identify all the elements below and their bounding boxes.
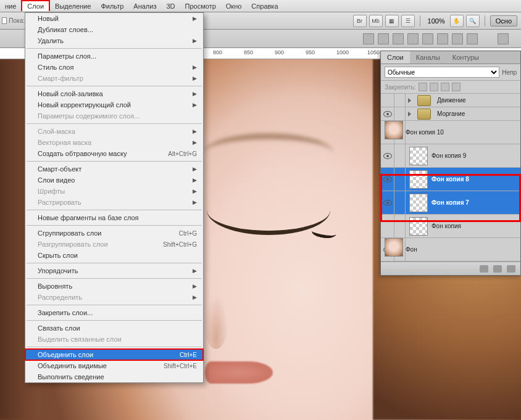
layer-row[interactable]: Фон копия 8 <box>381 168 520 191</box>
layer-name: Фон копия 8 <box>431 176 469 183</box>
menu-item[interactable]: Смарт-объект▶ <box>25 163 203 175</box>
show-checkbox[interactable] <box>2 17 7 24</box>
zoom-tool-icon[interactable]: 🔍 <box>466 15 480 27</box>
menu-item[interactable]: Сгруппировать слоиCtrl+G <box>25 228 203 239</box>
screen-mode-button[interactable]: ▦ <box>385 15 399 27</box>
menu-item: Смарт-фильтр▶ <box>25 73 203 84</box>
layer-row[interactable]: Фон копия 9 <box>381 144 520 168</box>
menu-item-label: Выполнить сведение <box>38 373 104 381</box>
layers-panel-footer <box>381 261 520 275</box>
menu-item-analysis[interactable]: Анализ <box>128 1 161 11</box>
layer-group-row[interactable]: Моргание <box>381 107 520 121</box>
menu-item-edit-frag[interactable]: ние <box>0 1 21 11</box>
align-icon[interactable] <box>393 33 404 44</box>
layers-panel: Слои Каналы Контуры Обычные Непр Закрепи… <box>380 51 521 276</box>
menu-item: Растрировать▶ <box>25 197 203 208</box>
divider <box>485 15 485 27</box>
menu-item-help[interactable]: Справка <box>246 1 283 11</box>
menu-item[interactable]: Дубликат слоев... <box>25 24 203 35</box>
menu-item[interactable]: Слои видео▶ <box>25 175 203 186</box>
visibility-toggle[interactable] <box>381 94 394 107</box>
layer-row[interactable]: Фон копия 10 <box>381 121 520 144</box>
hand-tool-icon[interactable]: ✋ <box>450 15 464 27</box>
expand-arrow-icon[interactable] <box>408 112 411 117</box>
visibility-toggle[interactable] <box>381 215 394 237</box>
menu-item-label: Скрыть слои <box>38 252 78 259</box>
submenu-arrow-icon: ▶ <box>193 91 197 97</box>
auto-align-icon[interactable] <box>498 33 509 44</box>
options-bar-left-fragment: Пока: <box>0 12 25 30</box>
layer-name: Фон копия 10 <box>406 129 444 136</box>
distribute-icon[interactable] <box>422 33 433 44</box>
ruler-tick: 950 <box>306 49 315 56</box>
menu-item[interactable]: Стиль слоя▶ <box>25 62 203 73</box>
menu-item[interactable]: Создать обтравочную маскуAlt+Ctrl+G <box>25 148 203 159</box>
ruler-tick: 1050 <box>367 49 380 56</box>
layer-group-row[interactable]: Движение <box>381 94 520 107</box>
blend-mode-select[interactable]: Обычные <box>385 67 499 78</box>
layer-row[interactable]: Фон <box>381 238 520 261</box>
menu-separator <box>27 305 202 305</box>
menu-item-label: Закрепить слои... <box>38 309 93 316</box>
align-icon[interactable] <box>363 33 374 44</box>
menu-item-label: Новый корректирующий слой <box>38 101 131 109</box>
menu-item[interactable]: Связать слои <box>25 323 203 334</box>
lock-transparency-icon[interactable] <box>419 83 427 91</box>
visibility-toggle[interactable] <box>381 168 394 191</box>
align-icon[interactable] <box>407 33 419 44</box>
menu-item-select[interactable]: Выделение <box>50 1 96 11</box>
menu-item[interactable]: Удалить▶ <box>25 35 203 46</box>
tab-channels[interactable]: Каналы <box>410 51 446 64</box>
menu-item[interactable]: Упорядочить▶ <box>25 265 203 276</box>
lock-pixels-icon[interactable] <box>430 83 438 91</box>
lock-label: Закрепить: <box>385 84 416 91</box>
menu-item-3d[interactable]: 3D <box>161 1 180 11</box>
eye-icon <box>383 200 392 206</box>
menu-item[interactable]: Объединить слоиCtrl+E <box>25 349 203 360</box>
tab-layers[interactable]: Слои <box>381 51 410 64</box>
menu-item-layers[interactable]: Слои <box>21 0 50 11</box>
layer-list: ДвижениеМорганиеФон копия 10Фон копия 9Ф… <box>381 94 520 261</box>
visibility-toggle[interactable] <box>381 107 394 120</box>
menu-item[interactable]: Закрепить слои... <box>25 307 203 318</box>
menu-item[interactable]: Объединить видимыеShift+Ctrl+E <box>25 360 203 371</box>
menu-item[interactable]: Выровнять▶ <box>25 281 203 292</box>
visibility-toggle[interactable] <box>381 144 394 167</box>
layer-mask-icon[interactable] <box>507 265 515 273</box>
menu-item[interactable]: Новый▶ <box>25 13 203 24</box>
layer-style-icon[interactable] <box>493 265 502 273</box>
layer-row[interactable]: Фон копия 7 <box>381 191 520 215</box>
visibility-toggle[interactable] <box>381 191 394 214</box>
menu-item-view[interactable]: Просмотр <box>180 1 221 11</box>
distribute-icon[interactable] <box>452 33 463 44</box>
tab-paths[interactable]: Контуры <box>446 51 485 64</box>
link-column <box>394 215 406 237</box>
menu-separator <box>27 86 202 86</box>
menu-item: Шрифты▶ <box>25 186 203 197</box>
expand-arrow-icon[interactable] <box>408 98 411 103</box>
submenu-arrow-icon: ▶ <box>193 64 197 70</box>
minibridge-button[interactable]: Mb <box>369 15 383 27</box>
bridge-button[interactable]: Br <box>353 15 367 27</box>
layer-thumbnail <box>409 147 428 165</box>
distribute-icon[interactable] <box>437 33 448 44</box>
workspace-switcher[interactable]: Осно <box>490 15 517 27</box>
arrange-button[interactable]: ☰ <box>401 15 415 27</box>
menu-item[interactable]: Параметры слоя... <box>25 51 203 62</box>
link-layers-icon[interactable] <box>480 265 488 273</box>
menu-item[interactable]: Новый корректирующий слой▶ <box>25 99 203 110</box>
lock-position-icon[interactable] <box>441 83 449 91</box>
distribute-icon[interactable] <box>467 33 478 44</box>
layer-row[interactable]: Фон копия <box>381 215 520 238</box>
layer-name: Движение <box>437 97 466 104</box>
menu-item-window[interactable]: Окно <box>221 1 247 11</box>
align-icon[interactable] <box>378 33 389 44</box>
menu-item-label: Объединить видимые <box>38 362 107 369</box>
menu-item[interactable]: Новые фрагменты на базе слоя <box>25 212 203 223</box>
lock-all-icon[interactable] <box>452 83 461 91</box>
menu-item[interactable]: Скрыть слои <box>25 250 203 261</box>
zoom-level[interactable]: 100% <box>425 17 448 25</box>
menu-item[interactable]: Выполнить сведение <box>25 371 203 382</box>
menu-item-filter[interactable]: Фильтр <box>96 1 128 11</box>
menu-item[interactable]: Новый слой-заливка▶ <box>25 88 203 99</box>
